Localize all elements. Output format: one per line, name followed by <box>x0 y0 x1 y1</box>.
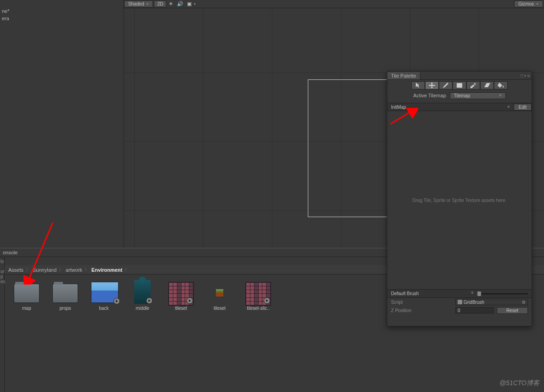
gizmos-dropdown[interactable]: Gizmos▼ <box>514 0 543 7</box>
palette-footer: Default Brush≑ Script GridBrush⊙ Z Posit… <box>387 289 532 314</box>
play-icon[interactable] <box>113 298 120 304</box>
fx-icon[interactable]: ▣ <box>185 0 194 7</box>
shading-dropdown[interactable]: Shaded▼ <box>124 0 153 7</box>
play-icon[interactable] <box>146 297 153 304</box>
script-label: Script <box>391 300 455 305</box>
palette-hint: Drag Tile, Sprite or Sprite Texture asse… <box>413 198 507 203</box>
close-icon[interactable]: × <box>524 73 526 78</box>
reset-button[interactable]: Reset <box>497 307 528 314</box>
asset-tile-single[interactable]: tileset <box>205 282 234 311</box>
tile-icon <box>216 289 223 297</box>
palette-dropdown[interactable]: InitMap≑ <box>387 104 514 110</box>
hierarchy-item[interactable]: era <box>0 15 124 22</box>
script-field[interactable]: GridBrush⊙ <box>455 299 528 305</box>
tile-palette-window: Tile Palette □ × ≡ Active Tilemap Tilema… <box>387 71 532 326</box>
brush-tool[interactable] <box>439 81 453 90</box>
watermark: @51CTO博客 <box>499 379 539 387</box>
chevron-right-icon: 〉 <box>24 267 32 273</box>
sprite-icon <box>91 282 119 303</box>
play-icon[interactable] <box>187 297 193 304</box>
brush-dropdown[interactable]: Default Brush≑ <box>391 291 474 296</box>
chevron-right-icon: 〉 <box>83 267 91 273</box>
asset-sprite-back[interactable]: back <box>89 282 119 311</box>
eraser-tool[interactable] <box>480 81 494 90</box>
zposition-label: Z Position <box>391 308 455 313</box>
chevron-right-icon: 〉 <box>123 267 130 273</box>
breadcrumb-sunnyland[interactable]: Sunnyland <box>32 267 57 273</box>
active-tilemap-label: Active Tilemap <box>413 93 446 98</box>
palette-header: Tile Palette □ × ≡ <box>387 72 532 80</box>
menu-icon[interactable]: ≡ <box>527 73 530 78</box>
lighting-icon[interactable]: ☀ <box>166 0 176 7</box>
asset-sprite-middle[interactable]: middle <box>128 282 157 311</box>
audio-icon[interactable]: 🔊 <box>176 0 185 7</box>
edit-button[interactable]: Edit <box>514 104 532 111</box>
hierarchy-header <box>0 0 124 7</box>
asset-folder-props[interactable]: props <box>51 282 80 311</box>
chevron-right-icon: 〉 <box>57 267 65 273</box>
svg-rect-0 <box>457 83 462 88</box>
palette-toolbar <box>387 80 532 91</box>
active-tilemap-row: Active Tilemap Tilemap≑ <box>387 91 532 100</box>
asset-tileset[interactable]: tileset <box>166 282 196 311</box>
move-tool[interactable] <box>425 81 439 90</box>
folder-icon <box>52 284 78 303</box>
fill-tool[interactable] <box>494 81 508 90</box>
play-icon[interactable] <box>264 297 270 304</box>
asset-tileset-sliced[interactable]: tileset-slic.. <box>244 282 273 311</box>
tilemap-dropdown[interactable]: Tilemap≑ <box>450 92 506 99</box>
script-icon <box>458 300 462 304</box>
palette-select-row: InitMap≑ Edit <box>387 103 532 111</box>
rect-tool[interactable] <box>453 81 466 90</box>
folder-icon <box>14 284 40 303</box>
zposition-input[interactable]: 0 <box>455 307 494 314</box>
breadcrumb-environment[interactable]: Environment <box>91 267 123 273</box>
2d-toggle[interactable]: 2D <box>154 0 166 7</box>
breadcrumb-artwork[interactable]: artwork <box>65 267 83 273</box>
picker-tool[interactable] <box>466 81 480 90</box>
hierarchy-panel: ne* era <box>0 0 124 248</box>
asset-folder-map[interactable]: map <box>12 282 41 311</box>
dock-icon[interactable]: □ <box>521 73 523 78</box>
palette-canvas[interactable]: Drag Tile, Sprite or Sprite Texture asse… <box>387 111 532 289</box>
scene-name[interactable]: ne* <box>0 7 124 15</box>
breadcrumb-assets[interactable]: Assets <box>7 267 24 273</box>
select-tool[interactable] <box>411 81 425 90</box>
tile-palette-tab[interactable]: Tile Palette <box>387 72 420 79</box>
project-sidebar: ls or p es <box>0 257 5 392</box>
scene-toolbar: Shaded▼ 2D ☀ 🔊 ▣ ▼ Gizmos▼ <box>124 0 544 8</box>
zoom-slider[interactable] <box>477 293 528 295</box>
